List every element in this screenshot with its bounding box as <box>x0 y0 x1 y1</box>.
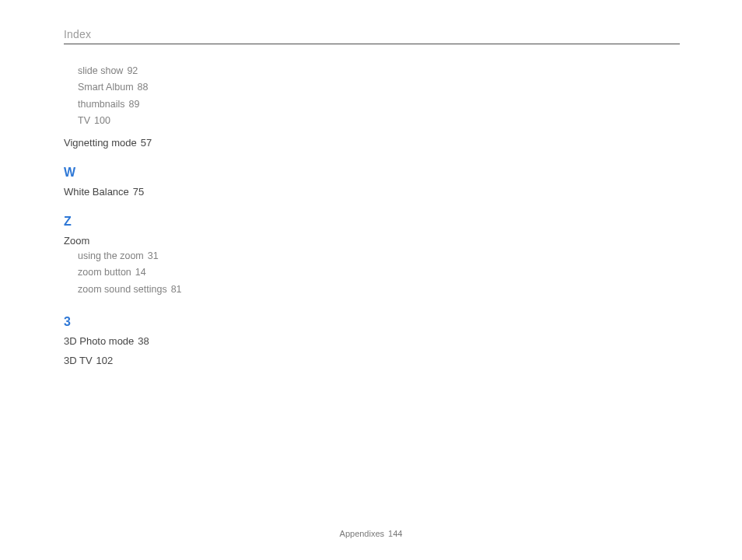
zoom-sub-list: using the zoom31 zoom button14 zoom soun… <box>64 248 680 298</box>
footer-page: 144 <box>388 529 402 538</box>
index-subentry: using the zoom31 <box>78 248 680 264</box>
subentry-label: slide show <box>78 65 123 76</box>
subentry-label: TV <box>78 115 90 126</box>
index-subentry: slide show92 <box>78 63 680 79</box>
index-subentry: zoom button14 <box>78 264 680 281</box>
subentry-page: 14 <box>135 267 146 278</box>
subentry-label: thumbnails <box>78 99 124 110</box>
index-entry-3d-photo: 3D Photo mode38 <box>64 335 680 347</box>
entry-label: Vignetting mode <box>64 137 137 149</box>
section-letter-3: 3 <box>64 315 680 329</box>
index-entry-vignetting: Vignetting mode57 <box>64 137 680 149</box>
subentry-label: zoom button <box>78 267 131 278</box>
entry-label: 3D TV <box>64 355 93 366</box>
entry-label: Zoom <box>64 235 89 247</box>
index-subentry: thumbnails89 <box>78 96 680 113</box>
entry-label: White Balance <box>64 186 129 198</box>
subentry-label: Smart Album <box>78 82 134 93</box>
subentry-label: using the zoom <box>78 250 144 261</box>
initial-sub-list: slide show92 Smart Album88 thumbnails89 … <box>64 63 680 129</box>
entry-page: 38 <box>138 335 149 347</box>
subentry-page: 89 <box>128 99 139 110</box>
subentry-page: 31 <box>148 250 159 261</box>
index-entry-white-balance: White Balance75 <box>64 186 680 198</box>
subentry-page: 88 <box>138 82 149 93</box>
index-entry-3d-tv: 3D TV102 <box>64 355 680 366</box>
entry-page: 75 <box>133 186 144 198</box>
index-subentry: zoom sound settings81 <box>78 282 680 298</box>
subentry-label: zoom sound settings <box>78 284 167 295</box>
page-footer: Appendixes144 <box>0 529 742 538</box>
index-entry-zoom: Zoom <box>64 235 680 247</box>
index-content: slide show92 Smart Album88 thumbnails89 … <box>64 63 680 366</box>
subentry-page: 100 <box>94 115 110 126</box>
subentry-page: 92 <box>127 65 138 76</box>
entry-label: 3D Photo mode <box>64 335 134 347</box>
entry-page: 57 <box>141 137 152 149</box>
entry-page: 102 <box>96 355 114 366</box>
index-subentry: Smart Album88 <box>78 79 680 96</box>
index-subentry: TV100 <box>78 113 680 129</box>
page-title: Index <box>64 28 680 44</box>
section-letter-z: Z <box>64 215 680 229</box>
index-page: Index slide show92 Smart Album88 thumbna… <box>0 0 742 560</box>
section-letter-w: W <box>64 166 680 180</box>
subentry-page: 81 <box>171 284 182 295</box>
footer-label: Appendixes <box>340 529 385 538</box>
